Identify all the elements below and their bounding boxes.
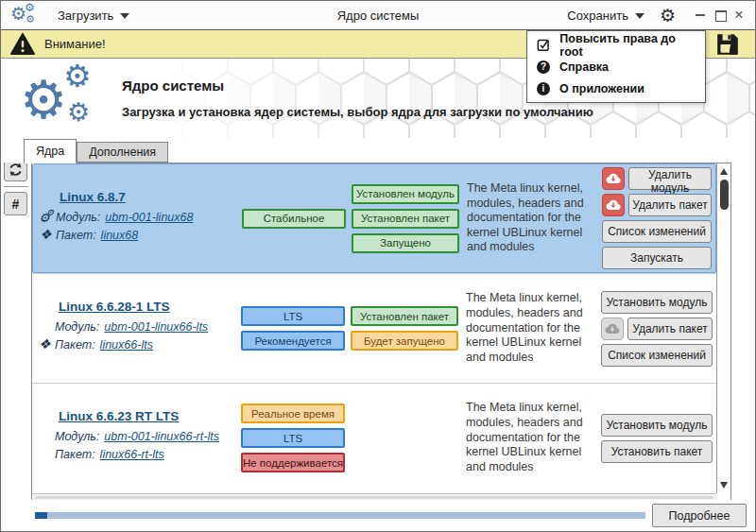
status-badge: Запущено	[352, 233, 459, 253]
load-menu-label: Загрузить	[58, 9, 113, 23]
tab-addons[interactable]: Дополнения	[77, 142, 168, 163]
status-badge: Будет запущено	[351, 331, 458, 351]
kernel-actions: Установить модульУстановить пакет	[598, 384, 716, 492]
package-icon: ❖	[39, 228, 56, 243]
cloud-download-icon[interactable]	[602, 194, 625, 216]
kernel-action-button[interactable]: Установить модуль	[601, 414, 713, 437]
kernel-description: The Meta linux kernel, modules, headers …	[467, 164, 599, 272]
page-subtitle: Загрузка и установка ядер системы, выбор…	[122, 105, 593, 119]
package-link[interactable]: linux66-rt-lts	[100, 448, 164, 461]
settings-menu: Повысить права до root ? Справка i О при…	[526, 30, 706, 103]
maximize-button[interactable]	[714, 9, 726, 21]
info-icon: i	[537, 82, 550, 95]
status-badge: Установлен пакет	[352, 209, 459, 229]
kernel-row[interactable]: Linux 6.8.7 ⚙⚙ Модуль: ubm-001-linux68 ❖…	[32, 163, 716, 273]
save-locked-icon[interactable]	[715, 32, 740, 57]
kernel-description: The Meta linux kernel, modules, headers …	[466, 274, 598, 383]
kernel-action-button[interactable]: Удалить пакет	[628, 194, 712, 216]
module-label: Модуль:	[55, 320, 99, 334]
status-badge: Стабильное	[242, 209, 346, 229]
badge-column-2: Установлен пакетБудет запущено	[351, 274, 458, 383]
module-link[interactable]: ubm-001-linux66-rt-lts	[104, 430, 219, 443]
menu-item-help[interactable]: ? Справка	[527, 56, 705, 77]
kernel-actions: Установить модуль Удалить пакетСписок из…	[598, 274, 716, 383]
footer: Подробнее	[1, 500, 755, 531]
vertical-scrollbar[interactable]	[716, 163, 730, 493]
menu-item-about[interactable]: i О приложении	[527, 77, 705, 99]
horizontal-scrollbar-thumb[interactable]	[35, 496, 713, 499]
side-toolbar-divider	[4, 186, 28, 187]
kernel-name-link[interactable]: Linux 6.6.28-1 LTS	[59, 300, 170, 314]
warning-text: Внимание!	[44, 37, 106, 51]
tabbar: Ядра Дополнения	[1, 138, 755, 163]
menu-item-label: Повысить права до root	[559, 32, 696, 59]
kernel-action-button[interactable]: Установить модуль	[601, 291, 713, 314]
settings-gear-icon[interactable]: ⚙	[660, 7, 676, 25]
cloud-download-icon[interactable]	[601, 317, 624, 340]
package-link[interactable]: linux66-lts	[100, 338, 153, 352]
kernel-app-gears-icon: ⚙ ⚙ ⚙	[20, 60, 107, 136]
badge-column-1: Реальное времяLTSНе поддерживается	[241, 384, 345, 492]
badge-column-2: Установлен модульУстановлен пакетЗапущен…	[352, 164, 459, 272]
app-logo-gears-icon: ⚙ ⚙ ⚙	[10, 3, 39, 27]
package-label: Пакет:	[56, 229, 96, 242]
hash-button[interactable]: #	[4, 192, 27, 215]
status-badge: LTS	[241, 428, 345, 448]
kernel-row[interactable]: Linux 6.6.28-1 LTS ⚙⚙ Модуль: ubm-001-li…	[32, 273, 716, 383]
kernel-description: The Meta linux kernel, modules, headers …	[466, 384, 598, 492]
status-badge: Установлен пакет	[351, 306, 458, 326]
kernel-action-button[interactable]: Список изменений	[602, 220, 712, 243]
kernel-row[interactable]: Linux 6.6.23 RT LTS ⚙⚙ Модуль: ubm-001-l…	[32, 383, 716, 492]
app-window: ⚙ ⚙ ⚙ Загрузить Ядро системы Сохранить ⚙	[0, 0, 756, 532]
kernel-name-link[interactable]: Linux 6.6.23 RT LTS	[59, 409, 179, 423]
status-badge: Установлен модуль	[352, 184, 459, 204]
module-label: Модуль:	[56, 211, 100, 224]
menu-item-elevate-root[interactable]: Повысить права до root	[527, 34, 705, 56]
checkbox-checked-icon	[537, 38, 550, 52]
status-badge: LTS	[241, 306, 345, 326]
details-button[interactable]: Подробнее	[652, 504, 747, 527]
titlebar: ⚙ ⚙ ⚙ Загрузить Ядро системы Сохранить ⚙	[1, 1, 755, 30]
status-badge: Реальное время	[241, 403, 345, 423]
package-label: Пакет:	[55, 338, 95, 352]
module-link[interactable]: ubm-001-linux66-lts	[104, 320, 208, 334]
module-label: Модуль:	[55, 430, 99, 443]
side-toolbar: #	[4, 158, 28, 215]
scroll-down-icon[interactable]	[720, 482, 728, 489]
chevron-down-icon	[120, 13, 129, 19]
minimize-button[interactable]	[695, 9, 706, 21]
kernel-action-button[interactable]: Список изменений	[601, 344, 713, 367]
cloud-download-icon[interactable]	[602, 167, 625, 190]
status-badge: Рекомендуется	[241, 331, 345, 351]
badge-column-1: Стабильное	[242, 164, 346, 272]
module-gears-icon: ⚙⚙	[39, 210, 56, 225]
question-icon: ?	[537, 60, 550, 74]
save-menu-button[interactable]: Сохранить	[567, 9, 644, 23]
hash-icon: #	[12, 197, 20, 212]
progress-fill	[35, 512, 47, 519]
page-title: Ядро системы	[122, 77, 593, 94]
tab-kernels[interactable]: Ядра	[24, 139, 77, 163]
menu-item-label: О приложении	[559, 82, 644, 95]
kernel-actions: Удалить модуль Удалить пакетСписок измен…	[599, 164, 715, 272]
package-icon: ❖	[38, 337, 55, 352]
badge-column-2	[351, 384, 458, 492]
chevron-down-icon	[635, 13, 644, 19]
kernel-action-button[interactable]: Установить пакет	[601, 440, 713, 463]
close-button[interactable]	[734, 9, 746, 21]
progress-bar	[35, 512, 645, 519]
kernel-list-panel: Linux 6.8.7 ⚙⚙ Модуль: ubm-001-linux68 ❖…	[31, 163, 731, 502]
warning-triangle-icon	[10, 33, 35, 56]
scroll-up-icon[interactable]	[720, 168, 728, 175]
save-menu-label: Сохранить	[567, 9, 628, 23]
kernel-action-button[interactable]: Запускать	[602, 247, 712, 269]
scrollbar-thumb[interactable]	[720, 180, 729, 210]
module-link[interactable]: ubm-001-linux68	[105, 211, 193, 224]
status-badge: Не поддерживается	[241, 453, 345, 472]
kernel-action-button[interactable]: Удалить модуль	[628, 167, 712, 190]
package-link[interactable]: linux68	[101, 229, 139, 242]
kernel-name-link[interactable]: Linux 6.8.7	[60, 190, 126, 204]
menu-item-label: Справка	[559, 60, 609, 74]
load-menu-button[interactable]: Загрузить	[58, 9, 129, 23]
kernel-action-button[interactable]: Удалить пакет	[627, 317, 713, 340]
